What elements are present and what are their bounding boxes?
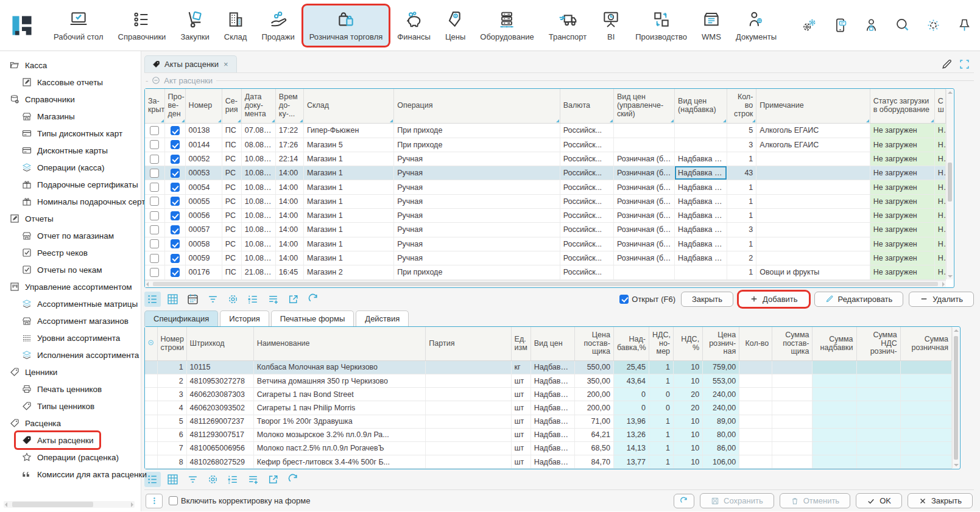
spec-cell-retail_sum[interactable] [900, 401, 951, 415]
spec-cell-batch[interactable] [426, 428, 511, 441]
spec-cell-batch[interactable] [426, 441, 511, 455]
doc-table-row[interactable]: 00138ПС07.08.2417:22Гипер-ФьюженПри прих… [145, 124, 946, 138]
doc-cell-load_status[interactable]: Не загружен [870, 124, 934, 138]
spec-column-header-markup_sum[interactable]: Сумма надбавки [813, 327, 856, 360]
spec-cell-name[interactable]: Сигареты 1 пач Bond Street [253, 388, 426, 401]
doc-column-header-note[interactable]: Примечание [756, 89, 870, 124]
theme-button[interactable] [918, 12, 949, 39]
doc-cell-time[interactable]: 14:00 [275, 209, 303, 223]
doc-cell-note[interactable] [756, 209, 870, 223]
doc-cell-posted[interactable] [164, 265, 185, 279]
sidebar-item[interactable]: Отчет по магазинам [16, 228, 120, 244]
spec-cell-vat_no[interactable]: 1 [649, 374, 673, 387]
doc-cell-posted[interactable] [164, 152, 185, 166]
spec-cell-vat_pct[interactable]: 10 [674, 441, 703, 455]
spec-cell-retail_sum[interactable] [900, 360, 951, 374]
doc-cell-number[interactable]: 00144 [185, 138, 222, 152]
doc-cell-note[interactable]: Алкоголь ЕГАИС [756, 124, 870, 138]
edit-button[interactable]: Редактировать [814, 292, 904, 307]
doc-cell-posted[interactable] [164, 180, 185, 194]
spec-cell-vat_no[interactable]: 0 [649, 401, 673, 415]
doc-cell-number[interactable]: 00053 [185, 166, 222, 180]
doc-cell-posted[interactable] [164, 124, 185, 138]
spec-cell-retail_price[interactable]: 80,00 [703, 428, 739, 441]
spec-cell-batch[interactable] [426, 374, 511, 387]
nav-item-prices[interactable]: Цены [439, 5, 471, 46]
nav-item-wms[interactable]: WMS [696, 5, 727, 46]
spec-table-row[interactable]: 54811269007237Творог 1% 200г Здравушкашт… [145, 415, 952, 428]
spec-cell-supplier_sum[interactable] [772, 441, 813, 455]
doc-cell-warehouse[interactable]: Магазин 1 [303, 251, 393, 265]
sidebar-item[interactable]: Акты расценки [16, 432, 99, 448]
doc-cell-date[interactable]: 08.08.24 [241, 138, 275, 152]
doc-cell-currency[interactable]: Российск... [560, 138, 613, 152]
spec-cell-retail_price[interactable]: 759,00 [703, 360, 739, 374]
doc-table-row[interactable]: 00057РС10.08.2414:00Магазин 1РучнаяРосси… [145, 223, 946, 237]
spec-cell-supplier_price[interactable]: 64,21 [574, 428, 613, 441]
tab-close-icon[interactable]: × [223, 60, 229, 69]
detail-tab-печатные-формы[interactable]: Печатные формы [271, 310, 354, 326]
spec-cell-barcode[interactable]: 4810065006956 [186, 441, 253, 455]
spec-cell-price_type[interactable]: Надбавка ... [531, 360, 574, 374]
doc-cell-date[interactable]: 10.08.24 [241, 180, 275, 194]
spec-cell-line_no[interactable]: 2 [157, 374, 186, 387]
doc-cell-series[interactable]: РС [222, 223, 241, 237]
scroll-up-icon[interactable] [948, 91, 953, 94]
spec-cell-qty[interactable] [739, 388, 772, 401]
doc-cell-time[interactable]: 22:14 [275, 152, 303, 166]
spec-column-header-barcode[interactable]: Штрихкод [186, 327, 253, 360]
spec-cell-vat_pct[interactable]: 10 [674, 360, 703, 374]
spec-cell-vat_retail_sum[interactable] [856, 360, 900, 374]
spec-cell-vat_pct[interactable]: 10 [674, 428, 703, 441]
doc-cell-number[interactable]: 00054 [185, 180, 222, 194]
doc-cell-time[interactable]: 16:45 [275, 265, 303, 279]
doc-cell-load_status[interactable]: Не загружен [870, 251, 934, 265]
spec-column-header-line_no[interactable]: Номер строки [157, 327, 186, 360]
doc-cell-note[interactable] [756, 180, 870, 194]
spec-cell-name[interactable]: Колбаса Молочная вар Черкизово [253, 360, 426, 374]
spec-cell-markup_sum[interactable] [813, 401, 856, 415]
doc-cell-number[interactable]: 00055 [185, 194, 222, 208]
refresh-button[interactable] [674, 494, 694, 508]
nav-item-production[interactable]: Производство [629, 5, 693, 46]
spec-cell-unit[interactable]: шт [511, 441, 531, 455]
doc-cell-price_type_mgmt[interactable] [613, 138, 674, 152]
spec-cell-retail_sum[interactable] [900, 388, 951, 401]
doc-cell-note[interactable] [756, 194, 870, 208]
sidebar-item[interactable]: Уровни ассортимента [16, 330, 126, 346]
spec-cell-vat_pct[interactable]: 10 [674, 374, 703, 387]
doc-cell-price_type_markup[interactable]: Надбавка в % [675, 251, 727, 265]
doc-table-row[interactable]: 00176ПС21.08.2416:45Магазин 2При приходе… [145, 265, 946, 279]
spec-column-header-vat_pct[interactable]: НДС, % [674, 327, 703, 360]
spec-column-header-markup_pct[interactable]: Над- бавка,% [613, 327, 649, 360]
doc-cell-load_status[interactable]: Не загружен [870, 265, 934, 279]
doc-cell-currency[interactable]: Российск... [560, 124, 613, 138]
doc-cell-time[interactable]: 14:00 [275, 180, 303, 194]
sidebar-item[interactable]: Исполнения ассортимента [16, 347, 145, 363]
spec-cell-retail_sum[interactable] [900, 374, 951, 387]
nav-item-purchases[interactable]: Закупки [174, 5, 215, 46]
doc-cell-date[interactable]: 07.08.24 [241, 124, 275, 138]
spec-column-header-vat_no[interactable]: НДС, но- мер [649, 327, 673, 360]
doc-cell-price_type_markup[interactable]: Надбавка в % [675, 194, 727, 208]
spec-cell-batch[interactable] [426, 401, 511, 415]
spec-cell-retail_price[interactable]: 86,00 [703, 441, 739, 455]
doc-cell-date[interactable]: 10.08.24 [241, 223, 275, 237]
spec-cell-retail_price[interactable]: 89,00 [703, 415, 739, 428]
spec-column-header-name[interactable]: Наименование [253, 327, 426, 360]
sidebar-horizontal-scrollbar[interactable] [4, 501, 135, 508]
doc-cell-number[interactable]: 00059 [185, 251, 222, 265]
doc-cell-price_type_mgmt[interactable]: Розничная (баз... [613, 237, 674, 251]
spec-cell-unit[interactable]: шт [511, 374, 531, 387]
doc-cell-currency[interactable]: Российск... [560, 166, 613, 180]
detail-tab-история[interactable]: История [220, 310, 269, 326]
spec-cell-unit[interactable]: шт [511, 401, 531, 415]
numbered-list-icon[interactable] [225, 472, 241, 487]
doc-cell-operation[interactable]: Ручная [394, 223, 560, 237]
spec-cell-qty[interactable] [739, 428, 772, 441]
doc-cell-note[interactable] [756, 152, 870, 166]
nav-item-retail[interactable]: Розничная торговля [303, 5, 389, 46]
doc-cell-series[interactable]: РС [222, 152, 241, 166]
doc-cell-series[interactable]: ПС [222, 138, 241, 152]
spec-cell-vat_no[interactable]: 1 [649, 441, 673, 455]
